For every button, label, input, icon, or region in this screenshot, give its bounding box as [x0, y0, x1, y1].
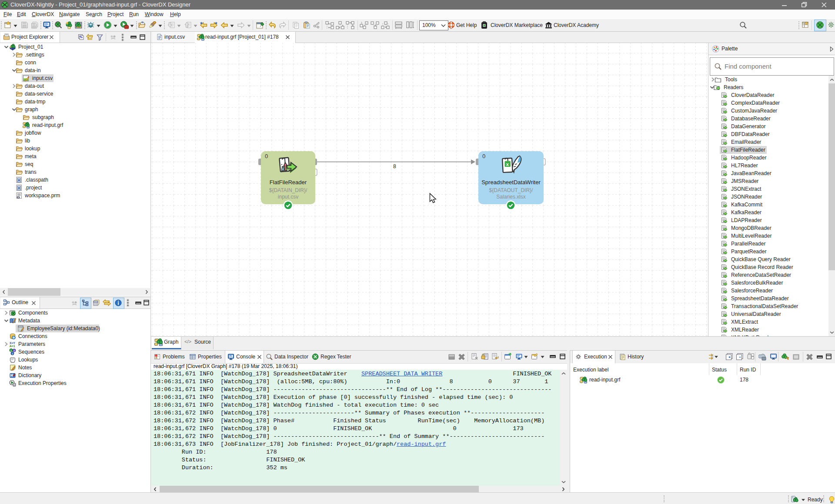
svg-text:x: x: [506, 162, 509, 167]
